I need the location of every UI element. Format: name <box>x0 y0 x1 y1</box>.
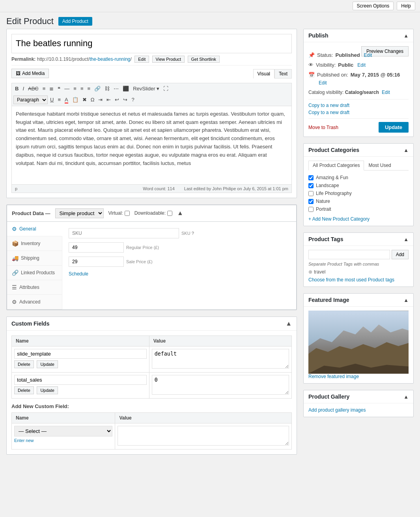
italic-button[interactable]: I <box>21 85 26 92</box>
schedule-link[interactable]: Schedule <box>69 271 88 277</box>
revslider-button[interactable]: RevSlider ▾ <box>131 85 161 92</box>
cf-delete-button[interactable]: Delete <box>14 386 34 394</box>
cf-delete-button[interactable]: Delete <box>14 360 34 368</box>
special-char-button[interactable]: Ω <box>89 96 96 103</box>
product-title-input[interactable] <box>11 34 292 53</box>
category-checkbox[interactable] <box>308 175 314 180</box>
add-col-value: Value <box>115 412 292 423</box>
cf-update-button[interactable]: Update <box>37 386 58 394</box>
category-checkbox[interactable] <box>308 207 314 212</box>
ordered-list-button[interactable]: ≣ <box>48 85 55 92</box>
category-checkbox[interactable] <box>308 199 314 204</box>
featured-image-visual[interactable] <box>308 311 409 374</box>
most-used-tags-link[interactable]: Choose from the most used Product tags <box>308 277 409 283</box>
tab-inventory[interactable]: 📦 Inventory <box>7 236 62 251</box>
product-type-select[interactable]: Simple product <box>55 208 104 218</box>
unlink-button[interactable]: ⛓ <box>103 85 111 92</box>
tab-shipping[interactable]: 🚚 Shipping <box>7 251 62 266</box>
new-cf-select[interactable]: — Select — <box>14 426 112 436</box>
text-color-button[interactable]: A <box>63 96 70 103</box>
tags-header[interactable]: Product Tags ▲ <box>304 233 413 246</box>
paste-text-button[interactable]: 📋 <box>71 96 80 103</box>
link-button[interactable]: 🔗 <box>93 85 102 92</box>
categories-header[interactable]: Product Categories ▲ <box>304 144 413 157</box>
custom-fields-collapse-button[interactable]: ▲ <box>286 320 292 327</box>
blockquote-button[interactable]: ❝ <box>56 85 62 92</box>
tags-input[interactable] <box>308 250 390 259</box>
published-edit-link[interactable]: Edit <box>319 80 327 86</box>
screen-options-button[interactable]: Screen Options <box>353 2 394 10</box>
permalink-link[interactable]: the-beatles-running <box>90 56 130 62</box>
cf-name-input[interactable] <box>14 349 147 359</box>
regular-price-input[interactable] <box>69 242 124 253</box>
cat-tab-most-used[interactable]: Most Used <box>364 161 395 170</box>
align-center-button[interactable]: ≡ <box>79 85 85 92</box>
tab-visual[interactable]: Visual <box>253 69 274 79</box>
strikethrough-button[interactable]: ABC <box>26 85 40 92</box>
tab-advanced[interactable]: ⚙ Advanced <box>7 295 62 309</box>
update-button[interactable]: Update <box>379 122 409 133</box>
help-button[interactable]: Help <box>397 2 415 10</box>
category-checkbox[interactable] <box>308 183 314 188</box>
copy-draft-1-link[interactable]: Copy to a new draft <box>308 102 409 109</box>
category-checkbox[interactable] <box>308 191 314 196</box>
get-shortlink-button[interactable]: Get Shortlink <box>188 56 220 63</box>
categories-tabs: All Product Categories Most Used <box>308 161 409 170</box>
permalink-edit-button[interactable]: Edit <box>134 56 149 63</box>
add-product-button[interactable]: Add Product <box>58 17 92 26</box>
align-right-button[interactable]: ≡ <box>86 85 92 92</box>
add-new-category-link[interactable]: + Add New Product Category <box>308 216 409 222</box>
justify-button[interactable]: ≡ <box>56 96 62 103</box>
visibility-edit-link[interactable]: Edit <box>357 62 366 68</box>
cf-name-input[interactable] <box>14 375 147 385</box>
catalog-edit-link[interactable]: Edit <box>382 90 390 95</box>
view-product-button[interactable]: View Product <box>152 56 185 63</box>
add-gallery-link[interactable]: Add product gallery images <box>308 407 409 413</box>
status-edit-link[interactable]: Edit <box>364 52 372 58</box>
publish-box-header[interactable]: Publish ▲ <box>304 29 413 42</box>
add-tag-button[interactable]: Add <box>392 250 409 259</box>
featured-image-header[interactable]: Featured Image ▲ <box>304 294 413 307</box>
fullscreen-button[interactable]: ⛶ <box>162 85 170 92</box>
tag-item: ⊗travel <box>308 269 325 275</box>
cf-value-textarea[interactable]: 0 <box>152 375 289 395</box>
enter-new-link[interactable]: Enter new <box>14 438 112 443</box>
indent-button[interactable]: ⇥ <box>97 96 104 103</box>
undo-button[interactable]: ↩ <box>113 96 121 103</box>
cf-update-button[interactable]: Update <box>37 360 58 368</box>
sale-price-input[interactable] <box>69 257 124 267</box>
add-media-button[interactable]: 🖼 Add Media <box>11 69 49 78</box>
hr-button[interactable]: — <box>63 85 71 92</box>
tab-general[interactable]: ⚙ General <box>7 222 62 236</box>
publish-box: Publish ▲ Preview Changes 📌 Status: Publ… <box>303 29 414 137</box>
cf-value-textarea[interactable]: default <box>152 349 289 369</box>
outdent-button[interactable]: ⇤ <box>105 96 112 103</box>
tag-remove-icon[interactable]: ⊗ <box>308 269 312 275</box>
paragraph-select[interactable]: Paragraph <box>13 96 48 104</box>
redo-button[interactable]: ↪ <box>121 96 129 103</box>
tab-attributes[interactable]: ☰ Attributes <box>7 280 62 295</box>
unordered-list-button[interactable]: ≡ <box>41 85 47 92</box>
copy-draft-2-link[interactable]: Copy to a new draft <box>308 109 409 116</box>
product-gallery-header[interactable]: Product Gallery ▲ <box>304 390 413 403</box>
cat-tab-all[interactable]: All Product Categories <box>308 161 364 170</box>
tab-text[interactable]: Text <box>274 69 292 79</box>
main-layout: Permalink: http://10.0.1.191/product/the… <box>0 29 420 467</box>
sku-input[interactable] <box>69 228 179 238</box>
downloadable-checkbox[interactable] <box>167 211 172 216</box>
remove-featured-image-link[interactable]: Remove featured image <box>308 374 409 379</box>
distraction-free-button[interactable]: ⬛ <box>121 85 131 92</box>
clear-format-button[interactable]: ✖ <box>81 96 88 103</box>
insert-more-button[interactable]: ⋯ <box>112 85 120 92</box>
align-left-button[interactable]: ≡ <box>72 85 78 92</box>
underline-button[interactable]: U <box>49 96 55 103</box>
new-cf-value[interactable] <box>118 426 289 446</box>
help-editor-button[interactable]: ? <box>130 96 136 103</box>
sku-help-icon[interactable]: ? <box>192 231 194 236</box>
virtual-checkbox[interactable] <box>125 211 130 216</box>
editor-area[interactable]: Pellentesque habitant morbi tristique se… <box>11 106 292 185</box>
move-trash-link[interactable]: Move to Trash <box>308 125 338 130</box>
tab-linked-products[interactable]: 🔗 Linked Products <box>7 266 62 280</box>
bold-button[interactable]: B <box>13 85 20 92</box>
product-data-collapse-button[interactable]: ▲ <box>177 210 183 217</box>
